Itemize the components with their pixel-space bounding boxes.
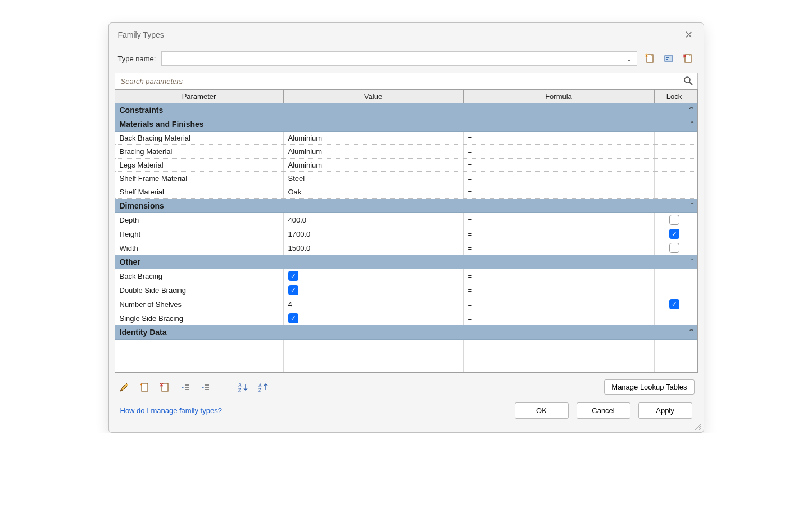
- column-header-formula[interactable]: Formula: [464, 90, 655, 103]
- parameter-lock-cell[interactable]: [655, 172, 694, 185]
- parameter-formula-cell[interactable]: =: [464, 132, 655, 144]
- column-header-lock[interactable]: Lock: [655, 90, 694, 103]
- move-down-icon[interactable]: [199, 381, 211, 393]
- parameter-formula-cell[interactable]: =: [464, 297, 655, 311]
- parameter-value-cell[interactable]: Aluminium: [284, 159, 464, 171]
- parameter-lock-cell[interactable]: ✓: [655, 297, 694, 311]
- parameter-formula-cell[interactable]: =: [464, 241, 655, 255]
- parameter-formula-cell[interactable]: =: [464, 227, 655, 241]
- checkbox-unchecked-icon[interactable]: [669, 215, 679, 225]
- column-header-parameter[interactable]: Parameter: [115, 90, 284, 103]
- parameter-value-cell[interactable]: Steel: [284, 172, 464, 185]
- checkbox-checked-icon[interactable]: ✓: [288, 285, 298, 295]
- parameter-formula-cell[interactable]: =: [464, 145, 655, 158]
- parameter-name-cell[interactable]: Shelf Frame Material: [115, 172, 284, 185]
- checkbox-checked-icon[interactable]: ✓: [669, 229, 679, 239]
- cancel-button[interactable]: Cancel: [577, 402, 630, 419]
- parameter-value-cell[interactable]: ✓: [284, 269, 464, 283]
- parameter-value-cell[interactable]: Aluminium: [284, 145, 464, 158]
- parameter-name-cell[interactable]: Back Bracing: [115, 269, 284, 283]
- table-row[interactable]: Height1700.0=✓: [115, 227, 697, 241]
- search-parameters-input[interactable]: Search parameters: [115, 73, 698, 89]
- edit-parameter-icon[interactable]: [118, 381, 130, 393]
- parameter-value-cell[interactable]: ✓: [284, 283, 464, 297]
- group-other[interactable]: Other ˆˆ: [115, 255, 697, 269]
- parameter-name-cell[interactable]: Height: [115, 227, 284, 241]
- parameter-lock-cell[interactable]: [655, 185, 694, 198]
- group-dimensions[interactable]: Dimensions ˆˆ: [115, 199, 697, 213]
- parameter-formula-cell[interactable]: =: [464, 185, 655, 198]
- parameter-value-cell[interactable]: Aluminium: [284, 132, 464, 144]
- parameter-formula-cell[interactable]: =: [464, 213, 655, 227]
- parameter-value-cell[interactable]: 1500.0: [284, 241, 464, 255]
- parameter-lock-cell[interactable]: [655, 283, 694, 297]
- parameter-value-cell[interactable]: ✓: [284, 311, 464, 325]
- ok-button[interactable]: OK: [515, 402, 569, 419]
- parameter-formula-cell[interactable]: =: [464, 283, 655, 297]
- sort-descending-icon[interactable]: AZ: [257, 381, 270, 393]
- type-name-dropdown[interactable]: ⌄: [161, 51, 637, 66]
- parameter-value-cell[interactable]: 1700.0: [284, 227, 464, 241]
- parameter-name-cell[interactable]: Width: [115, 241, 284, 255]
- checkbox-checked-icon[interactable]: ✓: [669, 299, 679, 309]
- parameter-name-cell[interactable]: Depth: [115, 213, 284, 227]
- checkbox-checked-icon[interactable]: ✓: [288, 271, 298, 281]
- parameter-name-cell[interactable]: Number of Shelves: [115, 297, 284, 311]
- search-icon[interactable]: [683, 75, 694, 87]
- table-row[interactable]: Depth400.0=: [115, 213, 697, 227]
- apply-button[interactable]: Apply: [638, 402, 692, 419]
- manage-lookup-tables-button[interactable]: Manage Lookup Tables: [604, 379, 694, 395]
- parameter-lock-cell[interactable]: [655, 159, 694, 171]
- svg-line-7: [689, 82, 692, 85]
- table-row[interactable]: Shelf Frame MaterialSteel=: [115, 172, 697, 185]
- parameter-value-cell[interactable]: Oak: [284, 185, 464, 198]
- table-row[interactable]: Single Side Bracing✓=: [115, 311, 697, 325]
- table-row[interactable]: Bracing MaterialAluminium=: [115, 145, 697, 159]
- delete-parameter-icon[interactable]: [158, 381, 171, 393]
- parameter-formula-cell[interactable]: =: [464, 269, 655, 283]
- parameter-name-cell[interactable]: Legs Material: [115, 159, 284, 171]
- sort-ascending-icon[interactable]: AZ: [237, 381, 250, 393]
- table-row[interactable]: Number of Shelves4=✓: [115, 297, 697, 311]
- parameter-formula-cell[interactable]: =: [464, 159, 655, 171]
- rename-type-icon[interactable]: [662, 52, 675, 65]
- parameter-formula-cell[interactable]: =: [464, 172, 655, 185]
- parameter-lock-cell[interactable]: [655, 132, 694, 144]
- checkbox-unchecked-icon[interactable]: [669, 243, 679, 253]
- help-link[interactable]: How do I manage family types?: [120, 406, 222, 415]
- parameter-value-cell[interactable]: 400.0: [284, 213, 464, 227]
- parameter-formula-cell[interactable]: =: [464, 311, 655, 325]
- move-up-icon[interactable]: [179, 381, 191, 393]
- parameter-lock-cell[interactable]: [655, 241, 694, 255]
- close-icon[interactable]: ✕: [683, 29, 695, 41]
- parameter-lock-cell[interactable]: [655, 269, 694, 283]
- table-row[interactable]: Double Side Bracing✓=: [115, 283, 697, 297]
- column-header-row: Parameter Value Formula Lock: [115, 89, 697, 103]
- column-header-value[interactable]: Value: [284, 90, 464, 103]
- new-type-icon[interactable]: [643, 52, 656, 65]
- resize-grip-icon[interactable]: [695, 423, 701, 430]
- group-identity-data[interactable]: Identity Data ˅˅: [115, 325, 697, 340]
- delete-type-icon[interactable]: [681, 52, 695, 65]
- checkbox-checked-icon[interactable]: ✓: [288, 313, 298, 323]
- group-materials[interactable]: Materials and Finishes ˆˆ: [115, 117, 697, 132]
- parameter-name-cell[interactable]: Double Side Bracing: [115, 283, 284, 297]
- group-constraints[interactable]: Constraints ˅˅: [115, 103, 697, 117]
- parameter-name-cell[interactable]: Shelf Material: [115, 185, 284, 198]
- table-row[interactable]: Back Bracing MaterialAluminium=: [115, 132, 697, 145]
- parameter-lock-cell[interactable]: ✓: [655, 227, 694, 241]
- table-row[interactable]: Back Bracing✓=: [115, 269, 697, 283]
- parameter-value-cell[interactable]: 4: [284, 297, 464, 311]
- parameter-name-cell[interactable]: Single Side Bracing: [115, 311, 284, 325]
- expand-chevron-icon: ˆˆ: [691, 202, 692, 209]
- parameter-name-cell[interactable]: Bracing Material: [115, 145, 284, 158]
- parameter-lock-cell[interactable]: [655, 145, 694, 158]
- parameter-lock-cell[interactable]: [655, 311, 694, 325]
- table-row[interactable]: Shelf MaterialOak=: [115, 185, 697, 199]
- parameter-lock-cell[interactable]: [655, 213, 694, 227]
- table-row[interactable]: Width1500.0=: [115, 241, 697, 255]
- new-parameter-icon[interactable]: [138, 381, 151, 393]
- table-row[interactable]: Legs MaterialAluminium=: [115, 159, 697, 172]
- svg-text:A: A: [238, 383, 242, 388]
- parameter-name-cell[interactable]: Back Bracing Material: [115, 132, 284, 144]
